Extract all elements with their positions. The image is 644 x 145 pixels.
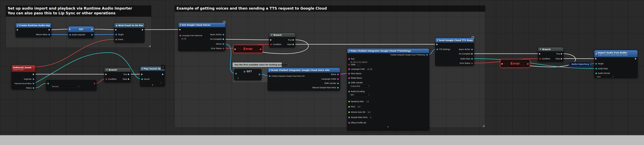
natural-sample-rate-hertz-pin[interactable] <box>337 87 339 89</box>
importer-pin[interactable] <box>32 78 34 80</box>
error-node-tts[interactable]: Error <box>500 59 530 68</box>
node-header[interactable]: SET <box>68 26 94 32</box>
return-value-pin[interactable] <box>48 34 50 35</box>
data-pin[interactable] <box>91 34 93 36</box>
data-pin[interactable] <box>527 63 529 65</box>
node-header[interactable]: ƒCreate Runtime Audio Importer <box>16 23 51 28</box>
exec-pin[interactable] <box>502 63 503 65</box>
error-status-pin[interactable] <box>222 48 224 49</box>
data-pin[interactable] <box>259 74 260 75</box>
data-pin[interactable] <box>587 64 589 65</box>
value-field[interactable]: en-US <box>366 68 375 71</box>
audio-data-pin[interactable] <box>595 68 597 70</box>
ssml-gender-pin[interactable] <box>348 82 350 84</box>
voice-name-pin[interactable] <box>348 73 350 75</box>
condition-pin[interactable] <box>270 44 272 45</box>
array-get[interactable]: ▦GET0 <box>234 69 262 80</box>
import-audio-from-buffer[interactable]: ƒImport Audio from BufferTarget is Runti… <box>594 50 638 78</box>
target-pin[interactable] <box>595 63 597 65</box>
wire-exec[interactable] <box>144 29 179 30</box>
create-runtime-audio-importer[interactable]: ƒCreate Runtime Audio ImporterReturn Val… <box>16 23 51 37</box>
audio-data-pin[interactable] <box>471 58 473 60</box>
get-google-cloud-voices[interactable]: ƒGet Google Cloud VoicesLanguage Code (O… <box>178 22 226 51</box>
node-header[interactable]: ƒBreak Chatbot Integrator Google Cloud V… <box>268 68 340 72</box>
blueprint-canvas[interactable]: Set up audio import and playback via Run… <box>0 0 644 145</box>
exec-pin[interactable] <box>180 29 181 30</box>
language-code-optional-pin[interactable] <box>180 35 181 36</box>
on-complete-pin[interactable] <box>223 38 224 40</box>
true-pin[interactable] <box>128 73 130 75</box>
send-google-cloud-tts-request[interactable]: ƒSend Google Cloud TTS RequestTTS Settin… <box>435 38 474 66</box>
exec-pin[interactable] <box>234 48 236 50</box>
effects-profile-ids-pin[interactable] <box>348 122 350 124</box>
value-field[interactable]: Hi, this is my speech <box>350 60 370 64</box>
node-header[interactable]: ƒMake Chatbot Integrator Google Cloud TT… <box>347 49 429 53</box>
advanced-pins-chevron[interactable]: ▼ <box>347 126 429 128</box>
wire-exec[interactable] <box>93 29 115 30</box>
exec-pin[interactable] <box>33 73 34 75</box>
wire-string[interactable] <box>339 73 348 74</box>
branch-voices[interactable]: ↱BranchConditionTrueFalse <box>269 33 295 47</box>
node-header[interactable]: ↱Branch <box>269 33 295 37</box>
exec-pin[interactable] <box>539 53 540 55</box>
value-field[interactable] <box>364 77 368 80</box>
node-header[interactable]: ƒImport Audio from BufferTarget is Runti… <box>594 50 638 57</box>
condition-pin[interactable] <box>106 78 107 80</box>
wire-structlight[interactable] <box>261 74 268 76</box>
exec-pin[interactable] <box>69 28 71 30</box>
imported-sound-wave-pin[interactable] <box>32 83 34 84</box>
async-action-pin[interactable] <box>222 34 224 35</box>
value-field[interactable]: 0.0 <box>367 111 373 114</box>
speaking-rate-pin[interactable] <box>348 101 350 102</box>
wire-exec[interactable] <box>225 39 270 40</box>
value-field[interactable]: 1.0 <box>366 100 372 103</box>
name-pin[interactable] <box>337 74 339 75</box>
error-status-pin[interactable] <box>471 62 473 64</box>
wire-object[interactable] <box>428 49 436 55</box>
advanced-pins-chevron[interactable]: ▼ <box>140 84 165 86</box>
true-pin[interactable] <box>293 39 294 41</box>
volume-gain-db-pin[interactable] <box>348 111 350 113</box>
on-complete-pin[interactable] <box>472 53 473 55</box>
value-field[interactable]: 0 <box>369 116 373 119</box>
value-field[interactable]: 0.0 <box>357 105 363 108</box>
value-field[interactable]: 0 <box>237 77 242 80</box>
language-codes-pin[interactable] <box>337 78 339 80</box>
event-pin[interactable] <box>115 39 117 40</box>
checkbox[interactable] <box>358 63 360 66</box>
onresult-event[interactable]: OnResult_EventCustom EventImporterImport… <box>12 65 36 89</box>
chatbot-integrator-google-cloud-ttssettings-pin[interactable] <box>426 54 428 56</box>
data-pin[interactable] <box>260 48 262 50</box>
data-pin[interactable] <box>94 83 95 84</box>
exec-pin[interactable] <box>436 43 438 45</box>
equal-enum[interactable]: Success▾ <box>46 80 96 91</box>
text-pin[interactable] <box>348 58 350 60</box>
dropdown-field[interactable]: Success▾ <box>51 85 80 88</box>
async-action-pin[interactable] <box>471 49 473 50</box>
dropdown-field[interactable]: MP3▾ <box>350 93 370 96</box>
data-pin[interactable] <box>235 73 237 75</box>
audio-importer-getter[interactable]: Audio Importer <box>569 62 590 67</box>
data-pin[interactable] <box>32 66 34 68</box>
bind-event-to-on-result[interactable]: ◆Bind Event to On ResultTargetEvent <box>114 23 144 43</box>
exec-pin[interactable] <box>141 73 143 75</box>
make-tts-settings[interactable]: ƒMake Chatbot Integrator Google Cloud TT… <box>347 48 429 131</box>
chatbot-integrator-google-cloud-voice-info-pin[interactable] <box>269 75 270 77</box>
exec-pin[interactable] <box>92 28 93 30</box>
node-header[interactable]: ◆Bind Event to On Result <box>114 23 144 28</box>
exec-pin[interactable] <box>162 73 164 75</box>
wire-enum[interactable] <box>35 83 47 88</box>
exec-pin[interactable] <box>595 58 597 60</box>
false-pin[interactable] <box>128 78 130 80</box>
exec-pin[interactable] <box>142 29 143 31</box>
node-header[interactable]: ƒSend Google Cloud TTS Request <box>435 38 474 43</box>
model-name-pin[interactable] <box>348 77 350 79</box>
tts-settings-pin[interactable] <box>436 49 438 50</box>
branch-tts[interactable]: ↱BranchConditionTrueFalse <box>538 47 564 62</box>
false-pin[interactable] <box>293 43 294 45</box>
exec-pin[interactable] <box>115 29 117 31</box>
exec-pin[interactable] <box>635 58 636 60</box>
audio-format-pin[interactable] <box>595 72 597 74</box>
error-node-voices[interactable]: Error <box>233 45 263 53</box>
wire-exec[interactable] <box>50 29 69 30</box>
